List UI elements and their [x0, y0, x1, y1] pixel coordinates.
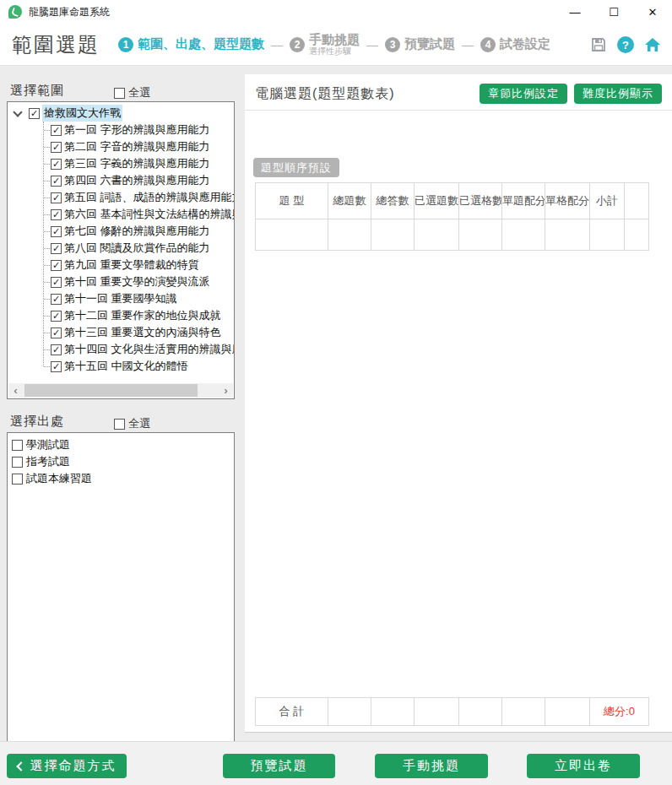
source-list-box: 學測試題 指考試題 試題本練習題	[7, 432, 235, 753]
step-separator: —	[462, 38, 474, 51]
table-cell	[256, 219, 328, 251]
scroll-right-icon[interactable]: ›	[219, 383, 233, 398]
horizontal-scrollbar[interactable]: ‹ ›	[8, 383, 233, 398]
tree-item[interactable]: 第九回 重要文學體裁的特質	[8, 257, 234, 273]
tree-item[interactable]: 第十三回 重要選文的內涵與特色	[8, 324, 234, 341]
tree-item[interactable]: 第十一回 重要國學知識	[8, 290, 234, 307]
range-select-all-checkbox[interactable]	[114, 88, 125, 99]
list-item[interactable]: 指考試題	[8, 453, 234, 470]
step-2-sublabel: 選擇性步驟	[309, 46, 360, 56]
home-icon[interactable]	[643, 35, 662, 54]
item-checkbox[interactable]	[51, 209, 62, 220]
source-select-all-label: 全選	[128, 416, 150, 431]
difficulty-ratio-button[interactable]: 難度比例顯示	[574, 84, 662, 104]
col-header: 已選題數	[415, 183, 459, 219]
chevron-down-icon[interactable]	[13, 107, 22, 116]
app-window: 龍騰題庫命題系統 — ☐ ✕ 範圍選題 1 範圍、出處、題型題數 — 2 手動挑…	[0, 0, 672, 785]
generate-paper-button[interactable]: 立即出卷	[527, 754, 640, 778]
item-checkbox[interactable]	[51, 344, 62, 355]
table-cell	[371, 219, 415, 251]
tree-item[interactable]: 第七回 修辭的辨識與應用能力	[8, 223, 234, 240]
range-select-all-label: 全選	[128, 85, 150, 100]
item-checkbox[interactable]	[51, 159, 62, 170]
step-2-label: 手動挑題	[309, 33, 360, 46]
list-item[interactable]: 試題本練習題	[8, 470, 234, 487]
stepper: 1 範圍、出處、題型題數 — 2 手動挑題 選擇性步驟 — 3 預覽試題 — 4…	[118, 33, 550, 56]
question-type-order-preset-button[interactable]: 題型順序預設	[253, 158, 339, 177]
col-header	[625, 183, 649, 219]
tree-item[interactable]: 第八回 閱讀及欣賞作品的能力	[8, 240, 234, 257]
step-2-number: 2	[290, 37, 305, 52]
source-select-all[interactable]: 全選	[114, 416, 150, 431]
table-cell	[459, 698, 502, 726]
list-item[interactable]: 學測試題	[8, 436, 234, 453]
item-checkbox[interactable]	[51, 260, 62, 271]
item-checkbox[interactable]	[51, 277, 62, 288]
table-cell	[502, 698, 545, 726]
tree-root-row[interactable]: 搶救國文大作戰	[8, 105, 234, 122]
table-cell	[502, 219, 545, 251]
table-cell	[371, 698, 415, 726]
tree-item[interactable]: 第十五回 中國文化的體悟	[8, 358, 234, 375]
preview-questions-button[interactable]: 預覽試題	[223, 754, 335, 778]
divider	[245, 732, 672, 733]
step-3-preview[interactable]: 3 預覽試題	[385, 36, 455, 52]
total-label-cell: 合 計	[256, 698, 328, 726]
help-icon[interactable]: ?	[616, 35, 635, 54]
item-checkbox[interactable]	[51, 192, 62, 203]
maximize-button[interactable]: ☐	[594, 0, 633, 24]
item-checkbox[interactable]	[51, 361, 62, 372]
tree-item[interactable]: 第六回 基本詞性與文法結構的辨識與	[8, 206, 234, 223]
scrollbar-thumb[interactable]	[24, 384, 198, 397]
item-checkbox[interactable]	[51, 226, 62, 237]
table-header-row: 題 型 總題數 總答數 已選題數 已選格數 單題配分 單格配分 小計	[256, 183, 649, 219]
table-cell	[459, 219, 502, 251]
tree-item[interactable]: 第二回 字音的辨識與應用能力	[8, 138, 234, 155]
item-checkbox[interactable]	[51, 142, 62, 153]
tree-item[interactable]: 第一回 字形的辨識與應用能力	[8, 122, 234, 138]
item-checkbox[interactable]	[12, 457, 23, 468]
col-header: 已選格數	[459, 183, 502, 219]
table-row	[256, 219, 649, 251]
step-1-number: 1	[118, 37, 133, 52]
item-checkbox[interactable]	[51, 125, 62, 136]
item-checkbox[interactable]	[51, 176, 62, 187]
tree-item[interactable]: 第五回 詞語、成語的辨識與應用能力	[8, 189, 234, 206]
source-select-all-checkbox[interactable]	[114, 419, 125, 430]
minimize-button[interactable]: —	[555, 0, 594, 24]
save-icon[interactable]	[589, 35, 608, 54]
step-4-paper-settings[interactable]: 4 試卷設定	[480, 36, 550, 52]
tree-item[interactable]: 第十四回 文化與生活實用的辨識與應	[8, 341, 234, 358]
item-checkbox[interactable]	[12, 440, 23, 451]
table-cell	[415, 219, 459, 251]
tree-item[interactable]: 第十回 重要文學的演變與流派	[8, 273, 234, 290]
item-checkbox[interactable]	[12, 474, 23, 485]
tree-item[interactable]: 第四回 六書的辨識與應用能力	[8, 172, 234, 189]
choose-method-back-button[interactable]: 選擇命題方式	[7, 754, 127, 778]
range-section-title: 選擇範圍	[10, 83, 64, 99]
item-checkbox[interactable]	[51, 311, 62, 322]
chapter-ratio-button[interactable]: 章節比例設定	[480, 84, 567, 104]
item-checkbox[interactable]	[51, 243, 62, 254]
step-2-manual-pick[interactable]: 2 手動挑題 選擇性步驟	[290, 33, 360, 56]
window-title: 龍騰題庫命題系統	[29, 5, 110, 19]
tree-item[interactable]: 第十二回 重要作家的地位與成就	[8, 307, 234, 324]
divider	[245, 110, 672, 111]
computer-selection-panel: 電腦選題(題型題數表) 章節比例設定 難度比例顯示 題型順序預設 題 型 總題數…	[245, 74, 672, 733]
manual-pick-button[interactable]: 手動挑題	[375, 754, 488, 778]
close-button[interactable]: ✕	[633, 0, 672, 24]
tree-root-checkbox[interactable]	[29, 108, 40, 119]
step-1-range[interactable]: 1 範圍、出處、題型題數	[118, 36, 264, 52]
col-header: 總答數	[371, 183, 415, 219]
tree-item[interactable]: 第三回 字義的辨識與應用能力	[8, 155, 234, 172]
step-1-label: 範圍、出處、題型題數	[138, 36, 264, 52]
table-cell	[415, 698, 459, 726]
range-select-all[interactable]: 全選	[114, 85, 150, 100]
range-tree: 搶救國文大作戰 第一回 字形的辨識與應用能力 第二回 字音的辨識與應用能力 第三…	[8, 102, 234, 375]
tree-items: 第一回 字形的辨識與應用能力 第二回 字音的辨識與應用能力 第三回 字義的辨識與…	[8, 122, 234, 375]
item-checkbox[interactable]	[51, 294, 62, 305]
item-checkbox[interactable]	[51, 328, 62, 338]
totals-table: 合 計 總分:0	[255, 697, 649, 726]
scroll-left-icon[interactable]: ‹	[8, 383, 23, 398]
step-4-number: 4	[480, 37, 496, 52]
